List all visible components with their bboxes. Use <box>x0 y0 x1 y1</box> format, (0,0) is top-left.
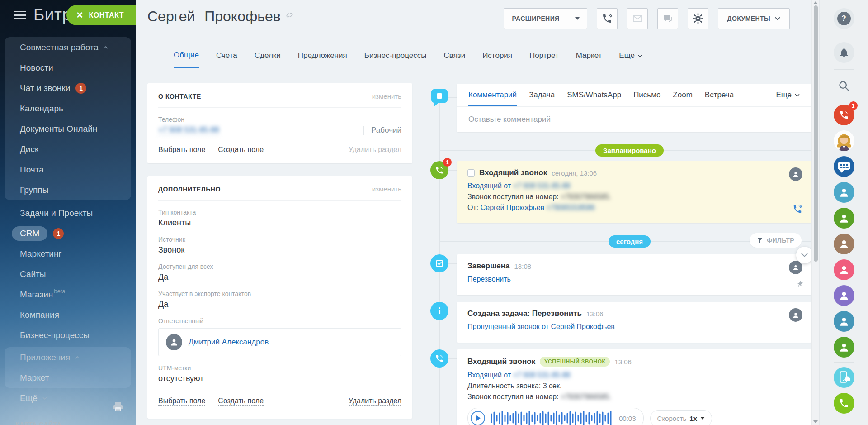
pin-icon[interactable] <box>796 281 803 290</box>
notifications-button[interactable] <box>834 42 854 63</box>
sidebar-item-chat[interactable]: Чат и звонки 1 <box>5 78 131 98</box>
editor-tab-comment[interactable]: Комментарий <box>468 84 517 106</box>
user-avatar[interactable] <box>834 234 854 254</box>
sidebar-item-applications[interactable]: Приложения <box>5 347 131 368</box>
help-button[interactable]: ? <box>834 8 854 29</box>
sidebar-item-marketing[interactable]: Маркетинг <box>5 244 131 264</box>
user-avatar[interactable] <box>834 285 854 306</box>
delete-section-link[interactable]: Удалить раздел <box>349 397 401 406</box>
sidebar-item-calendar[interactable]: Календарь <box>5 98 131 119</box>
today-badge: сегодня <box>609 235 651 248</box>
caller-phone-link[interactable]: +7 908 531-85-88 <box>513 182 571 190</box>
incoming-from-link[interactable]: Входящий от <box>467 182 511 190</box>
tab-quotes[interactable]: Предложения <box>298 51 347 68</box>
sidebar-item-documents[interactable]: Документы Онлайн <box>5 119 131 139</box>
sidebar-item-mail[interactable]: Почта <box>5 159 131 180</box>
close-icon[interactable]: ✕ <box>76 10 84 20</box>
menu-burger-icon[interactable] <box>14 11 26 22</box>
sidebar-item-collaboration[interactable]: Совместная работа <box>5 37 131 57</box>
tab-deals[interactable]: Сделки <box>255 51 281 68</box>
user-avatar[interactable] <box>834 337 854 358</box>
page-title: Сергей Прокофьев <box>147 6 294 25</box>
create-field-link[interactable]: Создать поле <box>218 146 264 154</box>
comment-input[interactable] <box>457 107 811 132</box>
user-avatar[interactable] <box>834 182 854 203</box>
missed-call-link[interactable]: Пропущенный звонок от Сергей Прокофьев <box>467 323 615 330</box>
task-link[interactable]: Перезвонить <box>467 275 511 283</box>
search-button[interactable] <box>834 77 854 95</box>
sidebar-item-bizproc[interactable]: Бизнес-процессы <box>5 325 131 345</box>
caller-phone-link[interactable]: +7 908 531-85-88 <box>513 371 571 379</box>
about-edit-link[interactable]: изменить <box>372 92 401 100</box>
tab-profile[interactable]: Портрет <box>529 51 559 68</box>
tab-relations[interactable]: Связи <box>444 51 466 68</box>
sidebar-item-crm[interactable]: CRM 1 <box>5 223 131 244</box>
sidebar-item-market[interactable]: Маркет <box>5 368 131 388</box>
sitemap-link[interactable]: КАРТА САЙТА <box>15 421 62 425</box>
filter-button[interactable]: ФИЛЬТР <box>750 233 802 248</box>
user-avatar[interactable] <box>834 311 854 332</box>
group-chat-avatar[interactable] <box>834 156 854 177</box>
tab-more[interactable]: Еще <box>619 51 642 68</box>
active-call-button[interactable]: 1 <box>834 105 854 125</box>
select-field-link[interactable]: Выбрать поле <box>158 397 205 406</box>
contact-entity-pill[interactable]: ✕ КОНТАКТ <box>66 5 136 25</box>
delete-section-link[interactable]: Удалить раздел <box>349 146 401 154</box>
user-photo-avatar[interactable] <box>834 130 854 151</box>
user-avatar[interactable] <box>834 208 854 229</box>
sidebar-item-disk[interactable]: Диск <box>5 139 131 159</box>
phone-icon <box>430 349 448 368</box>
editor-tab-task[interactable]: Задача <box>529 84 555 106</box>
callback-phone-icon[interactable] <box>793 204 802 216</box>
extensions-dropdown-button[interactable] <box>568 9 587 29</box>
scrollbar-thumb[interactable] <box>814 5 818 262</box>
edit-link-icon[interactable] <box>285 6 294 23</box>
contact-link[interactable]: Сергей Прокофьев <box>481 204 544 211</box>
sidebar-item-news[interactable]: Новости <box>5 57 131 78</box>
user-avatar[interactable] <box>834 259 854 280</box>
chat-button[interactable] <box>657 8 678 29</box>
tab-market[interactable]: Маркет <box>576 51 602 68</box>
editor-tab-sms[interactable]: SMS/WhatsApp <box>567 84 621 106</box>
tab-general[interactable]: Общие <box>174 51 199 68</box>
documents-button[interactable]: ДОКУМЕНТЫ <box>718 8 790 29</box>
avatar[interactable] <box>789 167 802 181</box>
field-label: Источник <box>158 236 401 243</box>
play-button[interactable] <box>471 411 485 425</box>
responsible-user-link[interactable]: Дмитрий Александров <box>189 338 269 347</box>
extensions-button[interactable]: РАСШИРЕНИЯ <box>504 8 587 29</box>
sidebar-item-sites[interactable]: Сайты <box>5 264 131 284</box>
email-button[interactable] <box>627 8 648 29</box>
sidebar-item-tasks[interactable]: Задачи и Проекты <box>5 203 131 223</box>
scroll-up-arrow[interactable] <box>813 1 818 4</box>
avatar[interactable] <box>789 261 802 274</box>
tab-history[interactable]: История <box>482 51 512 68</box>
scroll-down-arrow[interactable] <box>813 420 818 423</box>
sidebar-item-shop[interactable]: Магазин beta <box>5 284 131 305</box>
sidebar-item-groups[interactable]: Группы <box>5 180 131 200</box>
sidebar-item-company[interactable]: Компания <box>5 305 131 325</box>
details-edit-link[interactable]: изменить <box>372 185 401 193</box>
tab-invoices[interactable]: Счета <box>216 51 237 68</box>
scroll-down-fab[interactable] <box>796 247 811 263</box>
editor-tab-more[interactable]: Еще <box>776 84 800 106</box>
item-checkbox[interactable] <box>467 169 475 177</box>
call-button[interactable] <box>597 8 618 29</box>
editor-tab-letter[interactable]: Письмо <box>633 84 660 106</box>
contact-tabs: Общие Счета Сделки Предложения Бизнес-пр… <box>174 51 642 68</box>
avatar[interactable] <box>789 308 802 322</box>
incoming-from-link[interactable]: Входящий от <box>467 371 511 379</box>
editor-tab-meeting[interactable]: Встреча <box>705 84 734 106</box>
phone-value-link[interactable]: +7 908 531-85-88 <box>158 125 219 135</box>
telephony-button[interactable] <box>834 393 854 414</box>
create-field-link[interactable]: Создать поле <box>218 397 264 406</box>
item-time: 13:08 <box>514 263 532 270</box>
printer-icon[interactable] <box>112 401 124 414</box>
select-field-link[interactable]: Выбрать поле <box>158 146 205 154</box>
settings-button[interactable] <box>688 8 708 29</box>
tab-bizproc[interactable]: Бизнес-процессы <box>364 51 427 68</box>
mobile-app-button[interactable] <box>834 367 854 388</box>
contact-phone-link[interactable]: +79065318586 <box>547 204 595 211</box>
editor-tab-zoom[interactable]: Zoom <box>673 84 692 106</box>
playback-speed-control[interactable]: Скорость 1x <box>650 410 712 425</box>
